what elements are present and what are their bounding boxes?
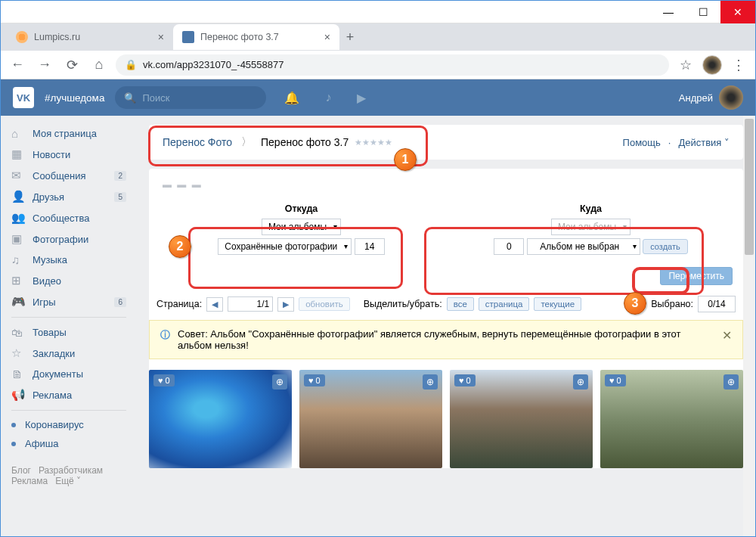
bookmark-star-icon[interactable]: ☆	[675, 54, 696, 76]
page-prev[interactable]: ◀	[206, 297, 223, 312]
select-all[interactable]: все	[447, 297, 474, 311]
zoom-icon[interactable]: ⊕	[573, 374, 588, 390]
vk-avatar[interactable]	[719, 85, 743, 110]
window-minimize[interactable]: —	[651, 1, 686, 23]
zoom-icon[interactable]: ⊕	[272, 374, 287, 390]
tip-close-icon[interactable]: ✕	[722, 328, 732, 343]
refresh-button[interactable]: обновить	[299, 297, 350, 311]
back-button[interactable]: ←	[7, 54, 28, 76]
vk-hashtag[interactable]: #лучшедома	[45, 92, 104, 104]
sidebar-divider	[11, 410, 126, 411]
sidebar-item-messages[interactable]: ✉Сообщения2	[5, 165, 132, 186]
sidebar-item-games[interactable]: 🎮Игры6	[5, 291, 132, 312]
sidebar-item-photos[interactable]: ▣Фотографии	[5, 228, 132, 250]
footer-link[interactable]: Ещё ˅	[55, 476, 81, 486]
browser-tab[interactable]: Lumpics.ru ×	[7, 24, 173, 50]
sidebar-item-afisha[interactable]: Афиша	[5, 434, 132, 453]
sidebar-item-market[interactable]: 🛍Товары	[5, 322, 132, 343]
star-icon: ☆	[11, 346, 25, 360]
tab-title: Перенос фото 3.7	[200, 32, 279, 42]
photo-thumb[interactable]: ♥ 0⊕	[600, 370, 743, 468]
footer-link[interactable]: Разработчикам	[39, 465, 103, 476]
tab-close-icon[interactable]: ×	[324, 31, 330, 43]
annotation-badge-3: 3	[624, 292, 646, 315]
from-count: 14	[355, 238, 385, 255]
from-select-album[interactable]: Сохранённые фотографии	[218, 238, 352, 255]
browser-profile-avatar[interactable]	[702, 55, 722, 75]
sidebar-item-news[interactable]: ▦Новости	[5, 144, 132, 165]
like-badge[interactable]: ♥ 0	[153, 374, 175, 386]
breadcrumb-root[interactable]: Перенос Фото	[163, 136, 232, 148]
from-column: Откуда Мои альбомы Сохранённые фотографи…	[156, 203, 446, 255]
sidebar-item-friends[interactable]: 👤Друзья5	[5, 186, 132, 207]
zoom-icon[interactable]: ⊕	[423, 374, 438, 390]
vk-sidebar: ⌂Моя страница ▦Новости ✉Сообщения2 👤Друз…	[1, 116, 137, 536]
footer-link[interactable]: Блог	[11, 465, 31, 476]
music-icon[interactable]: ♪	[318, 91, 339, 104]
sidebar-item-ads[interactable]: 📢Реклама	[5, 384, 132, 405]
window-close[interactable]: ✕	[720, 1, 755, 23]
scroll-thumb[interactable]	[745, 119, 754, 255]
create-button[interactable]: создать	[643, 239, 687, 254]
forward-button[interactable]: →	[34, 54, 55, 76]
select-page[interactable]: страница	[479, 297, 530, 311]
sidebar-item-groups[interactable]: 👥Сообщества	[5, 207, 132, 228]
browser-menu-icon[interactable]: ⋮	[728, 54, 749, 76]
sidebar-item-bookmarks[interactable]: ☆Закладки	[5, 343, 132, 364]
to-count: 0	[494, 238, 524, 255]
breadcrumb-current: Перенос фото 3.7	[261, 136, 349, 148]
chosen-count: 0/14	[698, 296, 736, 312]
dot-icon	[11, 442, 16, 446]
address-bar[interactable]: 🔒 vk.com/app3231070_-45558877	[116, 54, 669, 76]
like-badge[interactable]: ♥ 0	[605, 374, 626, 386]
to-column: Куда Мои альбомы 0 Альбом не выбран созд…	[446, 203, 736, 255]
page-input[interactable]	[228, 296, 273, 312]
chevron-right-icon: 〉	[241, 135, 252, 149]
select-current[interactable]: текущие	[534, 297, 581, 311]
like-badge[interactable]: ♥ 0	[304, 374, 325, 386]
vk-username[interactable]: Андрей	[679, 92, 713, 104]
dot-icon	[11, 423, 16, 427]
sidebar-item-corona[interactable]: Коронавирус	[5, 415, 132, 434]
search-placeholder: Поиск	[142, 92, 169, 104]
browser-tab-active[interactable]: Перенос фото 3.7 ×	[173, 24, 339, 50]
play-icon[interactable]: ▶	[349, 91, 373, 105]
search-icon: 🔍	[124, 92, 136, 104]
home-icon: ⌂	[11, 127, 25, 140]
scrollbar[interactable]	[743, 116, 755, 536]
photo-thumb[interactable]: ♥ 0⊕	[450, 370, 593, 468]
footer-link[interactable]: Реклама	[11, 476, 48, 486]
annotation-badge-2: 2	[169, 235, 191, 258]
photo-thumb[interactable]: ♥ 0⊕	[299, 370, 442, 468]
ads-icon: 📢	[11, 388, 25, 402]
help-link[interactable]: Помощь	[623, 137, 661, 148]
notifications-icon[interactable]: 🔔	[277, 91, 307, 105]
to-select-album[interactable]: Альбом не выбран	[527, 238, 640, 255]
tab-close-icon[interactable]: ×	[158, 31, 164, 43]
zoom-icon[interactable]: ⊕	[723, 374, 739, 390]
favicon-vk	[182, 31, 194, 43]
like-badge[interactable]: ♥ 0	[454, 374, 476, 386]
to-select-scope[interactable]: Мои альбомы	[551, 219, 631, 235]
sidebar-item-music[interactable]: ♫Музыка	[5, 250, 132, 270]
new-tab-button[interactable]: +	[339, 26, 361, 48]
browser-tabstrip: Lumpics.ru × Перенос фото 3.7 × +	[1, 23, 755, 51]
sidebar-item-video[interactable]: ⊞Видео	[5, 270, 132, 291]
bag-icon: 🛍	[11, 326, 25, 339]
doc-icon: 🗎	[11, 368, 25, 380]
reload-button[interactable]: ⟳	[61, 54, 82, 76]
page-next[interactable]: ▶	[277, 297, 294, 312]
photo-thumb[interactable]: ♥ 0⊕	[149, 370, 292, 468]
news-icon: ▦	[11, 147, 25, 161]
vk-search-input[interactable]: 🔍 Поиск	[115, 86, 266, 109]
home-button[interactable]: ⌂	[88, 54, 110, 76]
rating-stars[interactable]: ★★★★★	[355, 138, 392, 147]
move-button[interactable]: Переместить	[660, 267, 733, 285]
sidebar-item-mypage[interactable]: ⌂Моя страница	[5, 123, 132, 144]
actions-dropdown[interactable]: Действия ˅	[678, 137, 730, 148]
badge: 5	[114, 192, 126, 202]
vk-logo[interactable]: VK	[13, 87, 34, 108]
from-select-scope[interactable]: Мои альбомы	[262, 219, 341, 235]
window-maximize[interactable]: ☐	[686, 1, 720, 23]
sidebar-item-docs[interactable]: 🗎Документы	[5, 364, 132, 384]
